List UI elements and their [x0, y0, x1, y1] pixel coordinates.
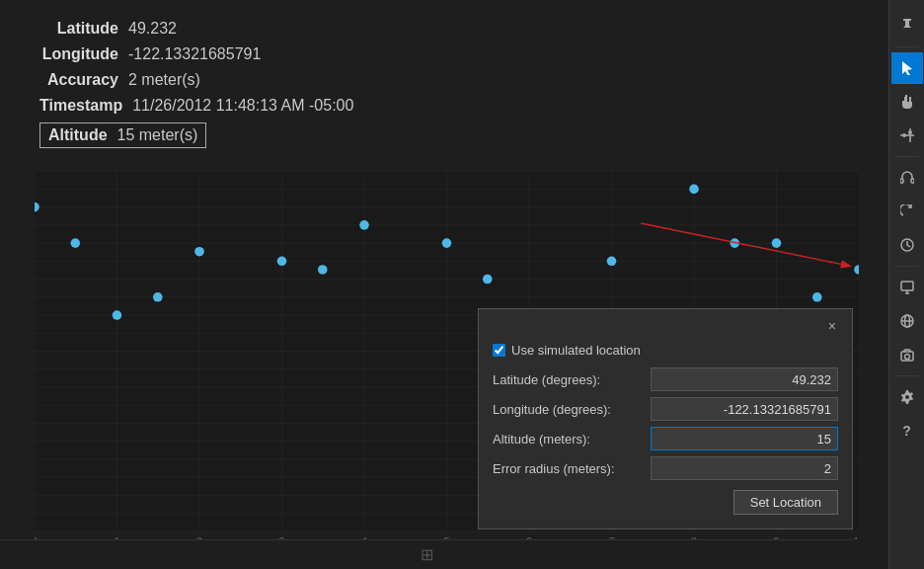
timestamp-label: Timestamp	[39, 97, 122, 115]
windows-icon: ⊞	[421, 545, 433, 564]
sim-longitude-label: Longitude (degrees):	[493, 402, 651, 417]
svg-point-72	[359, 220, 369, 230]
svg-point-76	[607, 257, 617, 267]
svg-rect-93	[901, 282, 913, 290]
longitude-row: Longitude -122.13321685791	[39, 45, 849, 63]
svg-point-84	[902, 133, 906, 137]
svg-rect-91	[911, 179, 914, 183]
popup-close-button[interactable]: ×	[826, 319, 838, 333]
svg-text:10: 10	[853, 535, 859, 539]
sim-altitude-row: Altitude (meters):	[493, 427, 838, 450]
question-mark-icon: ?	[902, 423, 911, 439]
svg-point-71	[318, 265, 328, 275]
latitude-label: Latitude	[39, 20, 118, 38]
popup-footer: Set Location	[493, 490, 838, 515]
sim-altitude-label: Altitude (meters):	[493, 432, 651, 447]
sim-altitude-input[interactable]	[651, 427, 838, 450]
sim-error-row: Error radius (meters):	[493, 456, 838, 480]
svg-point-87	[908, 130, 912, 134]
use-sim-label: Use simulated location	[511, 343, 641, 358]
hand-button[interactable]	[891, 86, 923, 118]
help-button[interactable]: ?	[891, 415, 923, 447]
main-container: Latitude 49.232 Longitude -122.133216857…	[0, 0, 924, 569]
simulation-popup: × Use simulated location Latitude (degre…	[478, 308, 853, 529]
headphones-button[interactable]	[891, 162, 923, 194]
toolbar-separator-1	[895, 46, 919, 47]
popup-header: ×	[493, 319, 838, 333]
longitude-value: -122.13321685791	[128, 45, 261, 63]
toolbar-separator-3	[895, 266, 919, 267]
svg-point-77	[689, 185, 699, 195]
altitude-box: Altitude 15 meter(s)	[39, 122, 206, 148]
globe-button[interactable]	[891, 305, 923, 337]
svg-point-100	[904, 355, 909, 360]
altitude-value: 15 meter(s)	[117, 126, 198, 144]
svg-point-69	[194, 247, 204, 257]
latitude-row: Latitude 49.232	[39, 20, 849, 38]
use-sim-row: Use simulated location	[493, 343, 838, 358]
accuracy-value: 2 meter(s)	[128, 71, 200, 89]
sim-longitude-input[interactable]	[651, 397, 838, 421]
altitude-label: Altitude	[48, 126, 108, 144]
svg-point-68	[153, 292, 163, 302]
unpin-button[interactable]	[891, 10, 923, 41]
rotate-button[interactable]	[891, 196, 923, 227]
toolbar-separator-2	[895, 156, 919, 157]
svg-point-73	[442, 238, 452, 248]
svg-point-66	[70, 238, 80, 248]
sim-latitude-label: Latitude (degrees):	[493, 372, 651, 387]
sim-longitude-row: Longitude (degrees):	[493, 397, 838, 421]
sim-latitude-input[interactable]	[651, 367, 838, 391]
sim-error-label: Error radius (meters):	[493, 461, 651, 476]
svg-point-80	[812, 292, 822, 302]
clock-button[interactable]	[891, 229, 923, 261]
svg-point-74	[483, 275, 493, 284]
toolbar-separator-4	[895, 375, 919, 376]
accuracy-label: Accuracy	[39, 71, 118, 89]
svg-point-79	[772, 238, 782, 248]
tools-button[interactable]	[891, 120, 923, 151]
cursor-button[interactable]	[891, 52, 923, 84]
bottom-bar: ⊞	[0, 539, 853, 569]
side-toolbar: ?	[888, 0, 924, 569]
use-sim-checkbox[interactable]	[493, 344, 505, 357]
gear-button[interactable]	[891, 381, 923, 413]
altitude-row: Altitude 15 meter(s)	[39, 122, 849, 148]
set-location-button[interactable]: Set Location	[733, 490, 838, 515]
monitor-button[interactable]	[891, 272, 923, 303]
svg-rect-90	[900, 179, 903, 183]
sim-error-input[interactable]	[651, 456, 838, 480]
latitude-value: 49.232	[128, 20, 177, 38]
longitude-label: Longitude	[39, 45, 118, 63]
accuracy-row: Accuracy 2 meter(s)	[39, 71, 849, 89]
svg-point-70	[277, 257, 287, 267]
svg-point-67	[113, 310, 122, 320]
sim-latitude-row: Latitude (degrees):	[493, 367, 838, 391]
timestamp-row: Timestamp 11/26/2012 11:48:13 AM -05:00	[39, 97, 849, 115]
camera-button[interactable]	[891, 339, 923, 370]
info-panel: Latitude 49.232 Longitude -122.133216857…	[0, 0, 888, 158]
content-area: Latitude 49.232 Longitude -122.133216857…	[0, 0, 888, 569]
timestamp-value: 11/26/2012 11:48:13 AM -05:00	[132, 97, 353, 115]
